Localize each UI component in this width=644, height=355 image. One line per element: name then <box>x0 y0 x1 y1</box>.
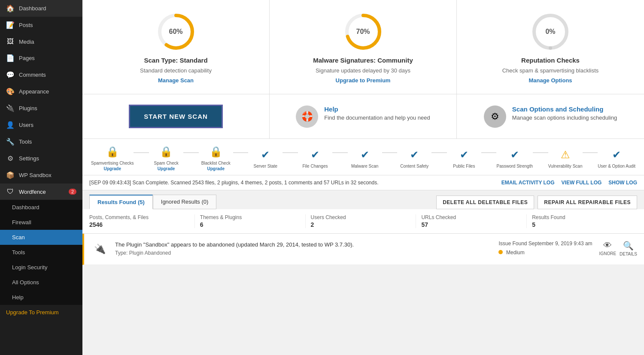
sidebar-subitem-label: All Options <box>12 279 39 286</box>
connector-2 <box>183 152 199 153</box>
log-links: EMAIL ACTIVITY LOG VIEW FULL LOG SHOW LO… <box>501 180 637 186</box>
check-icon-server: ✔ <box>261 149 270 161</box>
check-icon-public: ✔ <box>460 149 468 161</box>
sidebar-item-wf-tools[interactable]: Tools <box>0 245 82 260</box>
result-severity: Medium <box>498 249 592 256</box>
email-activity-log-link[interactable]: EMAIL ACTIVITY LOG <box>501 180 555 186</box>
stat-card-sub-1: Standard detection capability <box>140 67 212 74</box>
sidebar-item-label: Posts <box>19 22 33 28</box>
severity-label: Medium <box>506 250 525 256</box>
sidebar-item-comments[interactable]: 💬 Comments <box>0 66 82 83</box>
sidebar-subitem-label: Help <box>12 294 24 301</box>
upgrade-to-premium-link[interactable]: Upgrade To Premium <box>0 305 82 320</box>
step-public-files: ✔ Public Files <box>447 149 481 169</box>
start-new-scan-button[interactable]: START NEW SCAN <box>129 105 223 128</box>
sidebar-item-label: Appearance <box>19 88 49 95</box>
result-item-plugin: 🔌 The Plugin "Sandbox" appears to be aba… <box>82 234 644 265</box>
sidebar-item-posts[interactable]: 📝 Posts <box>0 17 82 33</box>
sidebar-item-wf-help[interactable]: Help <box>0 290 82 305</box>
sidebar-item-label: Wordfence <box>19 189 46 195</box>
sidebar-item-wordfence[interactable]: 🛡 Wordfence 2 <box>0 184 82 200</box>
stat-card-malware: 70% Malware Signatures: Community Signat… <box>270 0 457 94</box>
log-section: [SEP 09 09:43:43] Scan Complete. Scanned… <box>82 175 644 190</box>
stat-value-results: 5 <box>532 221 632 228</box>
sidebar-item-users[interactable]: 👤 Users <box>0 117 82 133</box>
show-log-link[interactable]: SHOW LOG <box>608 180 637 186</box>
sidebar-item-appearance[interactable]: 🎨 Appearance <box>0 83 82 100</box>
lock-icon-spamvertising: 🔒 <box>106 146 119 158</box>
wp-sandbox-icon: 📦 <box>6 171 15 179</box>
details-button[interactable]: 🔍 DETAILS <box>620 241 637 256</box>
sidebar-item-label: Plugins <box>19 105 37 111</box>
step-label-blacklist: Blacklist Check Upgrade <box>201 160 231 171</box>
settings-icon: ⚙ <box>6 154 15 162</box>
sidebar-item-tools[interactable]: 🔧 Tools <box>0 133 82 150</box>
sidebar-subitem-label: Tools <box>12 249 25 256</box>
help-title[interactable]: Help <box>324 105 430 113</box>
sidebar-item-label: WP Sandbox <box>19 172 52 178</box>
sidebar-item-settings[interactable]: ⚙ Settings <box>0 150 82 167</box>
stat-label-results: Results Found <box>532 214 632 220</box>
details-label: DETAILS <box>620 252 637 256</box>
donut-label-2: 70% <box>356 28 370 36</box>
sidebar-item-pages[interactable]: 📄 Pages <box>0 50 82 66</box>
step-blacklist: 🔒 Blacklist Check Upgrade <box>199 146 233 171</box>
connector-9 <box>533 152 548 153</box>
action-card-scan: START NEW SCAN <box>82 94 270 138</box>
wordfence-submenu: Dashboard Firewall Scan Tools Login Secu… <box>0 200 82 305</box>
sidebar-subitem-label: Login Security <box>12 264 47 271</box>
stat-card-link-1[interactable]: Manage Scan <box>158 77 194 84</box>
result-type: Type: Plugin Abandoned <box>115 250 492 256</box>
sidebar-item-dashboard[interactable]: 🏠 Dashboard <box>0 0 82 17</box>
plugins-icon: 🔌 <box>6 104 15 112</box>
donut-label-1: 60% <box>169 28 182 36</box>
upgrade-link-spam[interactable]: Upgrade <box>103 166 121 171</box>
check-icon-content: ✔ <box>410 149 419 161</box>
comments-icon: 💬 <box>6 71 15 79</box>
sidebar-subitem-label: Firewall <box>12 219 31 226</box>
stat-label-urls: URLs Checked <box>421 214 521 220</box>
stats-row: Posts, Comments, & Files 2546 Themes & P… <box>82 209 644 234</box>
stat-col-urls: URLs Checked 57 <box>416 214 527 228</box>
sidebar-item-wf-all-options[interactable]: All Options <box>0 275 82 290</box>
tab-ignored-results[interactable]: Ignored Results (0) <box>153 195 217 209</box>
stat-label-themes: Themes & Plugins <box>200 214 300 220</box>
step-spam-check: 🔒 Spam Check Upgrade <box>149 146 183 171</box>
sidebar-item-wf-login-security[interactable]: Login Security <box>0 260 82 275</box>
stat-card-link-2[interactable]: Upgrade to Premium <box>336 77 391 84</box>
connector-1 <box>134 152 149 153</box>
step-label-content: Content Safety <box>400 163 428 169</box>
sidebar-item-label: Settings <box>19 155 39 162</box>
stat-card-link-3[interactable]: Manage Options <box>529 77 572 84</box>
check-icon-malware: ✔ <box>361 149 369 161</box>
sidebar-item-wf-dashboard[interactable]: Dashboard <box>0 200 82 215</box>
help-text: Help Find the documentation and help you… <box>324 105 430 121</box>
sidebar-item-label: Users <box>19 122 33 128</box>
stat-value-posts: 2546 <box>89 221 189 228</box>
view-full-log-link[interactable]: VIEW FULL LOG <box>562 180 602 186</box>
sidebar-item-wf-firewall[interactable]: Firewall <box>0 215 82 230</box>
scan-options-sub: Manage scan options including scheduling <box>512 114 617 121</box>
step-label-password: Password Strength <box>496 163 533 169</box>
scan-options-inner: ⚙ Scan Options and Scheduling Manage sca… <box>484 105 617 128</box>
ignore-icon: 👁 <box>603 241 612 250</box>
sidebar-item-media[interactable]: 🖼 Media <box>0 33 82 50</box>
upgrade-link-blacklist[interactable]: Upgrade <box>207 166 225 171</box>
wordfence-icon: 🛡 <box>6 188 15 196</box>
tab-results-found[interactable]: Results Found (5) <box>89 195 153 209</box>
sidebar-item-plugins[interactable]: 🔌 Plugins <box>0 100 82 117</box>
delete-all-deletable-button[interactable]: DELETE ALL DELETABLE FILES <box>436 196 534 209</box>
ignore-button[interactable]: 👁 IGNORE <box>599 241 616 256</box>
users-icon: 👤 <box>6 121 15 129</box>
main-content: 60% Scan Type: Standard Standard detecti… <box>82 0 644 355</box>
sidebar-item-wp-sandbox[interactable]: 📦 WP Sandbox <box>0 167 82 184</box>
repair-all-repairable-button[interactable]: REPAIR ALL REPAIRABLE FILES <box>538 196 637 209</box>
step-spamvertising: 🔒 Spamvertising Checks Upgrade <box>91 146 134 171</box>
check-icon-file: ✔ <box>311 149 319 161</box>
sidebar-item-wf-scan[interactable]: Scan <box>0 230 82 245</box>
svg-point-7 <box>549 46 552 50</box>
scan-options-title[interactable]: Scan Options and Scheduling <box>512 105 617 113</box>
warn-icon-vulnerability: ⚠ <box>561 149 570 161</box>
step-server-state: ✔ Server State <box>248 149 283 169</box>
upgrade-link-spam-check[interactable]: Upgrade <box>158 166 175 171</box>
